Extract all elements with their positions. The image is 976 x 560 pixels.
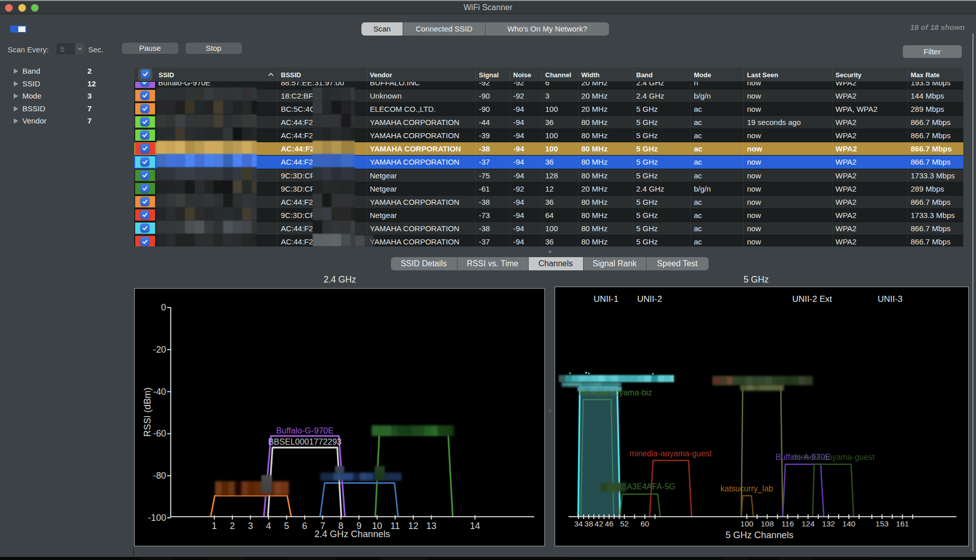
svg-text:3: 3 bbox=[248, 521, 253, 531]
svg-text:153: 153 bbox=[875, 519, 889, 528]
svg-text:0: 0 bbox=[161, 302, 166, 313]
svg-text:42: 42 bbox=[595, 519, 603, 528]
svg-text:-100: -100 bbox=[148, 513, 166, 523]
svg-text:60: 60 bbox=[640, 519, 649, 528]
svg-text:13: 13 bbox=[426, 521, 436, 531]
svg-text:UNII-2 Ext: UNII-2 Ext bbox=[792, 294, 832, 304]
svg-text:132: 132 bbox=[822, 519, 835, 528]
svg-text:116: 116 bbox=[781, 519, 794, 528]
svg-text:UNII-1: UNII-1 bbox=[594, 294, 619, 304]
svg-text:1: 1 bbox=[211, 521, 217, 531]
svg-text:minedia-aoyama-guest: minedia-aoyama-guest bbox=[629, 449, 712, 458]
svg-text:5: 5 bbox=[284, 521, 289, 531]
svg-text:11: 11 bbox=[390, 521, 400, 531]
svg-text:12: 12 bbox=[408, 521, 418, 531]
svg-text:4: 4 bbox=[266, 521, 271, 531]
svg-text:2.4 GHz Channels: 2.4 GHz Channels bbox=[314, 529, 390, 539]
svg-text:14: 14 bbox=[470, 521, 480, 531]
svg-text:5 GHz Channels: 5 GHz Channels bbox=[725, 530, 794, 540]
svg-text:UNII-2: UNII-2 bbox=[637, 294, 662, 304]
svg-text:-80: -80 bbox=[152, 471, 166, 481]
svg-text:Buffalo-A-970E: Buffalo-A-970E bbox=[776, 453, 831, 461]
svg-text:Buffalo-G-970E: Buffalo-G-970E bbox=[276, 426, 333, 435]
svg-text:161: 161 bbox=[896, 519, 909, 528]
svg-text:46: 46 bbox=[605, 519, 614, 528]
svg-text:2: 2 bbox=[230, 521, 235, 531]
svg-text:52: 52 bbox=[620, 519, 629, 528]
svg-text:UNII-3: UNII-3 bbox=[878, 294, 903, 304]
svg-text:katsucurry_lab: katsucurry_lab bbox=[720, 484, 773, 493]
svg-text:-40: -40 bbox=[152, 387, 166, 397]
svg-text:6: 6 bbox=[302, 521, 307, 531]
svg-text:108: 108 bbox=[760, 519, 774, 528]
svg-text:BBSEL0001772293: BBSEL0001772293 bbox=[268, 437, 341, 446]
svg-text:-60: -60 bbox=[152, 428, 166, 439]
svg-text:34: 34 bbox=[574, 519, 583, 528]
svg-text:38: 38 bbox=[585, 519, 593, 528]
svg-text:RSSI (dBm): RSSI (dBm) bbox=[142, 387, 152, 437]
svg-text:124: 124 bbox=[802, 519, 815, 528]
svg-text:140: 140 bbox=[842, 519, 856, 528]
svg-text:100: 100 bbox=[740, 519, 753, 528]
svg-text:-20: -20 bbox=[152, 345, 166, 355]
